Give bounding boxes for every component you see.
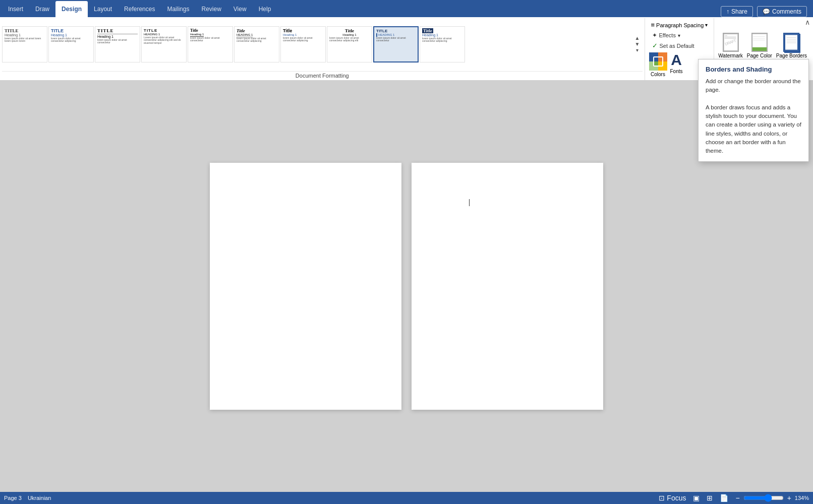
collapse-ribbon-button[interactable]: ∧ bbox=[802, 17, 813, 27]
style-item-lines-simple[interactable]: Title Heading 1 lorem ipsum dolor sit am… bbox=[188, 26, 233, 62]
colors-group[interactable]: Colors bbox=[649, 52, 667, 77]
set-as-default-button[interactable]: ✓ Set as Default bbox=[649, 41, 710, 50]
style-item-default[interactable]: TITLE Heading 1 lorem ipsum dolor sit am… bbox=[2, 26, 47, 62]
svg-rect-8 bbox=[654, 61, 658, 66]
tooltip-line2: A border draws focus and adds a stylish … bbox=[706, 104, 801, 154]
tab-row: Insert Draw Design Layout References Mai… bbox=[0, 0, 813, 17]
style-item-basic-elegant[interactable]: TITLE Heading 1 lorem ipsum dolor sit am… bbox=[48, 26, 94, 62]
style-item-word2003[interactable]: Title Heading 1 lorem ipsum dolor sit am… bbox=[420, 26, 465, 62]
scroll-more-button[interactable]: ▾ bbox=[633, 47, 642, 53]
document-formatting-label: Document Formatting bbox=[2, 71, 643, 80]
tab-design[interactable]: Design bbox=[55, 1, 88, 17]
watermark-label: Watermark bbox=[718, 53, 743, 58]
style-body-6: lorem ipsum dolor sit amet consectetur a… bbox=[237, 37, 277, 43]
style-body-8: lorem ipsum dolor sit amet consectetur a… bbox=[329, 37, 370, 42]
status-right: ⊡ Focus ▣ ⊞ 📄 − + 134% bbox=[657, 494, 809, 502]
page-info: Page 3 bbox=[4, 495, 22, 501]
share-icon: ↑ bbox=[726, 8, 729, 15]
svg-rect-16 bbox=[752, 47, 767, 51]
page-borders-group[interactable]: Page Borders bbox=[776, 33, 807, 58]
fonts-label: Fonts bbox=[670, 69, 683, 74]
page-color-icon bbox=[751, 33, 768, 52]
style-title-6: Title bbox=[237, 28, 245, 34]
page-canvas-2[interactable] bbox=[412, 163, 603, 410]
zoom-out-button[interactable]: − bbox=[734, 494, 741, 502]
style-gallery: TITLE Heading 1 lorem ipsum dolor sit am… bbox=[2, 18, 643, 70]
style-body-2: lorem ipsum dolor sit amet consectetur a… bbox=[51, 37, 91, 43]
fonts-icon: A bbox=[671, 52, 682, 68]
svg-rect-6 bbox=[654, 57, 658, 61]
main-area bbox=[0, 81, 813, 492]
comments-icon: 💬 bbox=[763, 8, 770, 15]
share-button[interactable]: ↑ Share bbox=[721, 6, 753, 17]
tab-insert[interactable]: Insert bbox=[2, 1, 29, 17]
tab-help[interactable]: Help bbox=[253, 1, 277, 17]
web-layout-button[interactable]: ⊞ bbox=[705, 494, 714, 502]
tab-review[interactable]: Review bbox=[195, 1, 227, 17]
style-item-minimalist[interactable]: TITLE HEADING 1 lorem ipsum dolor sit am… bbox=[373, 26, 419, 62]
ribbon: Insert Draw Design Layout References Mai… bbox=[0, 0, 813, 81]
tooltip-panel: Borders and Shading Add or change the bo… bbox=[698, 59, 809, 162]
tab-draw[interactable]: Draw bbox=[29, 1, 55, 17]
tab-references[interactable]: References bbox=[118, 1, 161, 17]
colors-icon bbox=[649, 52, 667, 71]
page-color-label: Page Color bbox=[747, 53, 772, 58]
focus-icon: ⊡ bbox=[659, 494, 665, 502]
style-body-5: lorem ipsum dolor sit amet consectetur bbox=[190, 37, 230, 42]
tooltip-body: Add or change the border around the page… bbox=[706, 77, 801, 155]
style-title-3: Title bbox=[97, 28, 114, 34]
focus-button[interactable]: ⊡ Focus bbox=[657, 494, 687, 502]
style-title-4: TITLE bbox=[144, 28, 157, 33]
zoom-slider[interactable] bbox=[743, 494, 784, 502]
style-body-3: lorem ipsum dolor sit amet consectetur bbox=[97, 39, 138, 44]
page-borders-label: Page Borders bbox=[776, 53, 807, 58]
read-mode-button[interactable]: 📄 bbox=[718, 494, 730, 502]
paragraph-spacing-button[interactable]: ≡ Paragraph Spacing ▾ bbox=[649, 20, 710, 30]
tooltip-title: Borders and Shading bbox=[706, 66, 801, 73]
tab-view[interactable]: View bbox=[227, 1, 253, 17]
style-body-7: lorem ipsum dolor sit amet consectetur a… bbox=[283, 37, 323, 42]
style-title-10: Title bbox=[422, 28, 433, 34]
para-spacing-dropdown-icon: ▾ bbox=[705, 22, 708, 28]
comments-button[interactable]: 💬 Comments bbox=[757, 6, 807, 17]
print-layout-button[interactable]: ▣ bbox=[691, 494, 701, 502]
language-indicator[interactable]: Ukrainian bbox=[28, 495, 51, 501]
effects-dropdown-icon: ▾ bbox=[678, 33, 680, 38]
style-scroll-controls: ▲ ▼ ▾ bbox=[632, 34, 643, 54]
style-body-1: lorem ipsum dolor sit amet lorem lorem i… bbox=[5, 37, 45, 43]
svg-rect-7 bbox=[658, 57, 662, 61]
zoom-in-button[interactable]: + bbox=[786, 494, 793, 502]
page-canvas-1[interactable] bbox=[210, 163, 401, 410]
style-title-2: TITLE bbox=[51, 28, 64, 34]
app-container: Insert Draw Design Layout References Mai… bbox=[0, 0, 813, 504]
watermark-group[interactable]: DRAFT Watermark bbox=[718, 33, 743, 58]
svg-rect-20 bbox=[785, 34, 798, 50]
page-color-group[interactable]: Page Color bbox=[747, 33, 772, 58]
para-spacing-icon: ≡ bbox=[651, 21, 655, 29]
style-item-centered[interactable]: Title Heading 1 lorem ipsum dolor sit am… bbox=[327, 26, 372, 62]
fonts-group[interactable]: A Fonts bbox=[670, 52, 683, 74]
effects-button[interactable]: ✦ Effects ▾ bbox=[649, 31, 710, 40]
style-body-4: Lorem ipsum dolor sit amet consectetur a… bbox=[144, 36, 184, 45]
style-body-9: lorem ipsum dolor sit amet consectetur bbox=[376, 37, 416, 42]
colors-label: Colors bbox=[651, 72, 665, 77]
scroll-down-button[interactable]: ▼ bbox=[633, 41, 642, 47]
style-item-casual[interactable]: Title Heading 1 lorem ipsum dolor sit am… bbox=[280, 26, 326, 62]
tab-mailings[interactable]: Mailings bbox=[161, 1, 195, 17]
document-area[interactable] bbox=[0, 81, 813, 492]
scroll-up-button[interactable]: ▲ bbox=[633, 35, 642, 41]
style-item-lines-distinctive[interactable]: Title HEADING 1 lorem ipsum dolor sit am… bbox=[234, 26, 279, 62]
svg-rect-9 bbox=[658, 61, 662, 66]
tab-layout[interactable]: Layout bbox=[88, 1, 118, 17]
document-formatting-group: TITLE Heading 1 lorem ipsum dolor sit am… bbox=[2, 18, 645, 80]
page-borders-icon bbox=[783, 33, 799, 52]
zoom-control[interactable]: − + 134% bbox=[734, 494, 809, 502]
style-title-1: TITLE bbox=[5, 28, 19, 34]
style-item-basic-stylish[interactable]: Title Heading 1 lorem ipsum dolor sit am… bbox=[95, 26, 140, 62]
effects-icon: ✦ bbox=[652, 32, 657, 39]
style-item-basic-classic[interactable]: TITLE HEADING 1 Lorem ipsum dolor sit am… bbox=[141, 26, 187, 62]
style-items: TITLE Heading 1 lorem ipsum dolor sit am… bbox=[2, 26, 632, 62]
style-body-10: lorem ipsum dolor sit amet consectetur a… bbox=[422, 37, 462, 43]
watermark-icon: DRAFT bbox=[723, 33, 739, 52]
status-bar: Page 3 Ukrainian ⊡ Focus ▣ ⊞ 📄 − + 134% bbox=[0, 492, 813, 504]
